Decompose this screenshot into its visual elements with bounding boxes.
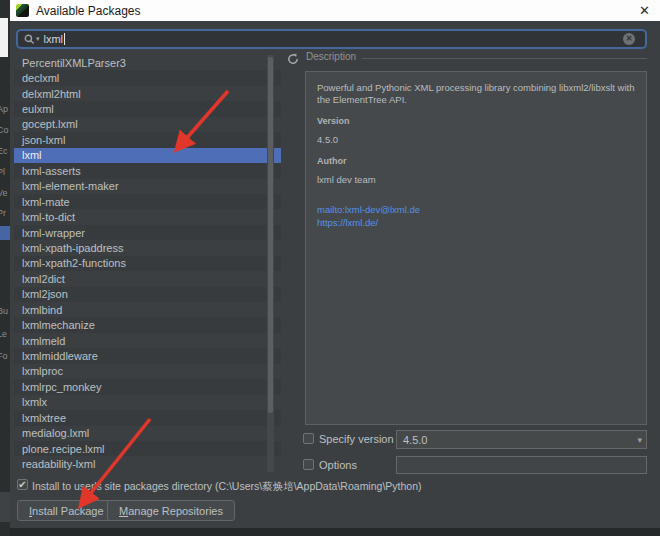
package-row[interactable]: lxmlrpc_monkey: [14, 379, 281, 394]
package-summary: Powerful and Pythonic XML processing lib…: [317, 82, 635, 106]
package-name: lxmlproc: [22, 365, 63, 377]
install-user-checkbox[interactable]: ✔: [17, 479, 28, 490]
package-row[interactable]: lxml-mate: [14, 194, 281, 209]
package-row[interactable]: plone.recipe.lxml: [14, 441, 281, 456]
package-row[interactable]: lxml-asserts: [14, 163, 281, 178]
background-app-sliver: Ap: [0, 104, 10, 114]
background-selection-sliver: [0, 226, 10, 240]
background-app-strip: ApCoEcPlVePrBuLeFo: [0, 0, 10, 536]
homepage-link[interactable]: https://lxml.de/: [317, 217, 635, 229]
package-row[interactable]: delxml2html: [14, 86, 281, 101]
package-name: lxmlbind: [22, 304, 62, 316]
description-group-title: Description: [306, 51, 361, 62]
package-row[interactable]: lxml-xpath-ipaddress: [14, 240, 281, 255]
dialog-title: Available Packages: [36, 4, 141, 18]
background-bottom-gap: [10, 528, 660, 536]
package-name: gocept.lxml: [22, 118, 78, 130]
package-row[interactable]: readability-lxml: [14, 456, 281, 471]
search-query-text: lxml: [44, 33, 64, 45]
package-row[interactable]: medialog.lxml: [14, 426, 281, 441]
dialog-titlebar[interactable]: Available Packages ✕: [10, 0, 660, 21]
package-name: lxmlmiddleware: [22, 350, 98, 362]
package-name: lxmlxtree: [22, 412, 66, 424]
combobox-dropdown-icon[interactable]: ▾: [637, 435, 642, 445]
screenshot-stage: ApCoEcPlVePrBuLeFo Available Packages ✕ …: [0, 0, 660, 536]
close-icon[interactable]: ✕: [639, 0, 650, 21]
package-row[interactable]: lxmlmiddleware: [14, 348, 281, 363]
package-name: lxml-wrapper: [22, 227, 85, 239]
background-light-block: [0, 492, 10, 522]
background-app-sliver: Co: [0, 125, 10, 135]
author-label: Author: [317, 156, 635, 167]
package-name: eulxml: [22, 103, 54, 115]
dialog-content: ▾ lxml ✕ PercentilXMLParser3declxmldelxm…: [10, 21, 660, 528]
package-list-scrollbar[interactable]: [267, 55, 274, 472]
package-row[interactable]: lxml: [14, 148, 281, 163]
options-label: Options: [319, 459, 357, 471]
version-combobox-value: 4.5.0: [403, 434, 427, 446]
search-icon[interactable]: ▾: [24, 34, 40, 45]
package-name: declxml: [22, 72, 59, 84]
specify-version-label: Specify version: [319, 433, 394, 445]
package-row[interactable]: lxmlproc: [14, 364, 281, 379]
package-row[interactable]: lxml-xpath2-functions: [14, 256, 281, 271]
search-options-chevron-icon[interactable]: ▾: [36, 35, 40, 43]
package-row[interactable]: PercentilXMLParser3: [14, 55, 281, 70]
package-row[interactable]: lxmlmeld: [14, 333, 281, 348]
description-panel: Powerful and Pythonic XML processing lib…: [305, 71, 647, 425]
specify-version-checkbox[interactable]: [303, 433, 314, 444]
package-row[interactable]: lxml-element-maker: [14, 179, 281, 194]
scrollbar-thumb[interactable]: [268, 57, 273, 413]
package-row[interactable]: lxml-to-dict: [14, 209, 281, 224]
background-app-sliver: Pr: [0, 208, 10, 218]
options-input[interactable]: [396, 456, 647, 474]
package-row[interactable]: lxmlbind: [14, 302, 281, 317]
package-name: PercentilXMLParser3: [22, 57, 126, 69]
package-name: lxmlmeld: [22, 335, 65, 347]
install-user-label: Install to user's site packages director…: [32, 480, 422, 494]
background-app-sliver: Bu: [0, 306, 10, 316]
background-app-sliver: Fo: [0, 351, 10, 361]
package-name: medialog.lxml: [22, 427, 89, 439]
version-label: Version: [317, 116, 635, 127]
version-value: 4.5.0: [317, 134, 635, 146]
install-package-button[interactable]: Install Package: [17, 500, 116, 521]
package-row[interactable]: gocept.lxml: [14, 117, 281, 132]
package-row[interactable]: eulxml: [14, 101, 281, 116]
background-app-sliver: Pl: [0, 167, 10, 177]
package-name: lxml-xpath-ipaddress: [22, 242, 123, 254]
package-row[interactable]: lxml-wrapper: [14, 225, 281, 240]
package-list[interactable]: PercentilXMLParser3declxmldelxml2htmleul…: [14, 55, 281, 472]
search-input[interactable]: ▾ lxml ✕: [16, 29, 647, 49]
package-row[interactable]: lxml2json: [14, 287, 281, 302]
description-group-border: [362, 58, 647, 59]
package-name: plone.recipe.lxml: [22, 443, 105, 455]
package-name: lxml: [22, 149, 42, 161]
package-row[interactable]: lxml2dict: [14, 271, 281, 286]
package-row[interactable]: lxmlmechanize: [14, 317, 281, 332]
version-combobox[interactable]: 4.5.0 ▾: [396, 430, 647, 449]
package-row[interactable]: lxmlx: [14, 395, 281, 410]
mailto-link[interactable]: mailto:lxml-dev@lxml.de: [317, 204, 635, 216]
package-name: lxml-mate: [22, 196, 70, 208]
refresh-icon[interactable]: [286, 52, 301, 67]
available-packages-dialog: Available Packages ✕ ▾ lxml ✕ PercentilX…: [10, 0, 660, 528]
package-row[interactable]: declxml: [14, 70, 281, 85]
package-name: lxml-asserts: [22, 165, 81, 177]
clear-search-icon[interactable]: ✕: [623, 33, 635, 45]
package-name: lxmlrpc_monkey: [22, 381, 101, 393]
package-name: readability-lxml: [22, 458, 95, 470]
options-checkbox[interactable]: [303, 459, 314, 470]
package-row[interactable]: json-lxml: [14, 132, 281, 147]
background-white-panel: [0, 18, 8, 57]
background-app-sliver: Ve: [0, 188, 10, 198]
package-name: lxmlx: [22, 396, 47, 408]
package-row[interactable]: lxmlxtree: [14, 410, 281, 425]
text-caret: [64, 33, 65, 45]
package-name: delxml2html: [22, 88, 81, 100]
package-name: lxml-to-dict: [22, 211, 75, 223]
package-name: json-lxml: [22, 134, 65, 146]
manage-repositories-button[interactable]: Manage Repositories: [107, 500, 235, 521]
background-app-sliver: Le: [0, 329, 10, 339]
package-name: lxml2dict: [22, 273, 65, 285]
